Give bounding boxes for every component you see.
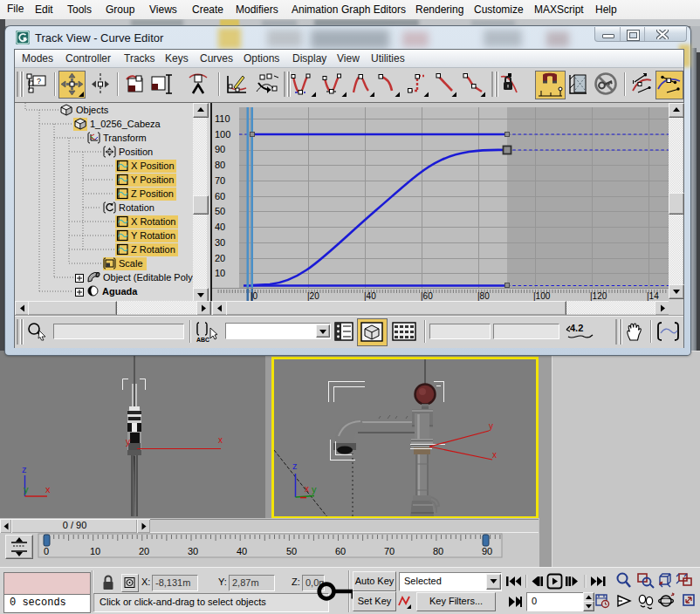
svg-text:60: 60 [335,546,346,556]
svg-text:y: y [24,484,29,495]
svg-text:y: y [489,421,493,431]
svg-text:y: y [312,484,317,495]
svg-text:x: x [305,484,309,494]
svg-text:ABC: ABC [196,337,209,343]
svg-text:50: 50 [286,546,297,556]
svg-text:40: 40 [237,546,247,556]
svg-text:30: 30 [188,546,198,556]
svg-text:x: x [492,450,497,460]
svg-text:z: z [292,460,298,471]
svg-text:80: 80 [433,546,443,556]
svg-text:4.2: 4.2 [570,323,583,333]
svg-text:y: y [126,437,130,447]
svg-text:x: x [218,435,223,445]
svg-text:10: 10 [90,546,100,556]
svg-text:?: ? [37,77,41,85]
svg-text:0: 0 [44,546,49,556]
svg-text:z: z [22,464,27,474]
svg-text:70: 70 [384,546,395,556]
svg-text:x: x [45,484,51,495]
svg-text:90: 90 [482,546,492,556]
svg-text:20: 20 [139,546,149,556]
